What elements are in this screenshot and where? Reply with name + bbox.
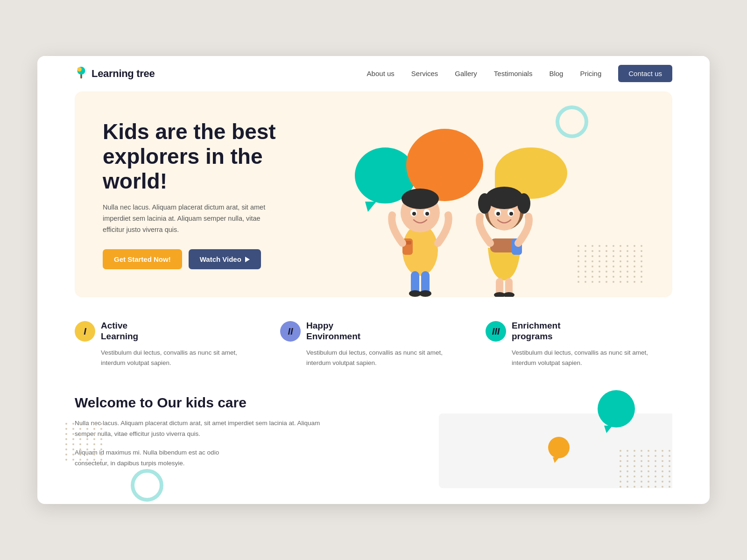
nav-link-gallery[interactable]: Gallery xyxy=(455,70,477,77)
watch-video-label: Watch Video xyxy=(200,255,241,263)
feature-numeral-3: III xyxy=(492,326,500,337)
nav-link-about[interactable]: About us xyxy=(367,70,395,77)
feature-header-3: III Enrichmentprograms xyxy=(486,321,672,342)
feature-title-2: HappyEnvironment xyxy=(306,321,360,342)
feature-item-1: I ActiveLearning Vestibulum dui lectus, … xyxy=(75,321,261,368)
svg-point-20 xyxy=(478,193,491,214)
hero-description: Nulla nec lacus. Aliquam placerat dictum… xyxy=(103,202,275,236)
feature-desc-3: Vestibulum dui lectus, convallis as nunc… xyxy=(486,348,672,369)
hero-title: Kids are the best explorers in the world… xyxy=(103,119,327,194)
logo-text: Learning tree xyxy=(92,68,155,80)
kid1-svg xyxy=(383,166,458,297)
feature-desc-2: Vestibulum dui lectus, convallis as nunc… xyxy=(280,348,467,369)
welcome-text1: Nulla nec lacus. Aliquam placerat dictum… xyxy=(75,418,336,440)
deco-bubble-orange-right xyxy=(548,437,570,458)
svg-point-8 xyxy=(412,212,416,216)
features-section: I ActiveLearning Vestibulum dui lectus, … xyxy=(75,321,672,368)
svg-point-15 xyxy=(419,290,431,297)
deco-ring-bottom-left xyxy=(131,469,163,502)
hero-buttons: Get Started Now! Watch Video xyxy=(103,249,327,269)
nav-item-services[interactable]: Services xyxy=(411,70,438,78)
feature-numeral-1: I xyxy=(84,326,86,337)
deco-ring-top-right xyxy=(556,105,588,138)
browser-window: Learning tree About us Services Gallery … xyxy=(37,56,710,504)
play-icon xyxy=(245,257,250,262)
nav-links: About us Services Gallery Testimonials B… xyxy=(367,70,672,78)
nav-item-contact[interactable]: Contact us xyxy=(618,70,672,78)
nav-item-testimonials[interactable]: Testimonials xyxy=(494,70,533,78)
feature-item-3: III Enrichmentprograms Vestibulum dui le… xyxy=(486,321,672,368)
deco-halfcircle-left xyxy=(75,147,92,183)
hero-section: Kids are the best explorers in the world… xyxy=(75,91,672,297)
nav-item-blog[interactable]: Blog xyxy=(549,70,563,78)
deco-dots-left xyxy=(65,423,104,461)
nav-link-blog[interactable]: Blog xyxy=(549,70,563,77)
kids-illustration xyxy=(383,166,542,297)
contact-button[interactable]: Contact us xyxy=(618,65,672,82)
nav-link-services[interactable]: Services xyxy=(411,70,438,77)
nav-link-pricing[interactable]: Pricing xyxy=(580,70,601,77)
svg-point-19 xyxy=(486,187,523,209)
feature-desc-1: Vestibulum dui lectus, convallis as nunc… xyxy=(75,348,261,369)
feature-title-3: Enrichmentprograms xyxy=(512,321,561,342)
welcome-section: Welcome to Our kids care Nulla nec lacus… xyxy=(75,395,672,488)
feature-header-1: I ActiveLearning xyxy=(75,321,261,342)
feature-numeral-2: II xyxy=(288,326,293,337)
navbar: Learning tree About us Services Gallery … xyxy=(37,56,710,91)
logo-area: Learning tree xyxy=(75,66,155,81)
svg-point-30 xyxy=(503,292,514,297)
deco-dots-bottom-right xyxy=(620,450,672,488)
feature-circle-3: III xyxy=(486,321,506,342)
svg-point-24 xyxy=(496,212,500,216)
svg-point-9 xyxy=(425,212,429,216)
tree-icon xyxy=(75,66,88,81)
svg-point-21 xyxy=(517,193,530,214)
svg-point-25 xyxy=(509,212,513,216)
svg-point-1 xyxy=(78,67,82,71)
deco-bubble-teal-right xyxy=(598,390,635,427)
feature-circle-1: I xyxy=(75,321,95,342)
feature-header-2: II HappyEnvironment xyxy=(280,321,467,342)
nav-item-gallery[interactable]: Gallery xyxy=(455,70,477,78)
feature-item-2: II HappyEnvironment Vestibulum dui lectu… xyxy=(280,321,467,368)
feature-title-1: ActiveLearning xyxy=(101,321,138,342)
welcome-title: Welcome to Our kids care xyxy=(75,395,672,411)
feature-circle-2: II xyxy=(280,321,301,342)
nav-item-pricing[interactable]: Pricing xyxy=(580,70,601,78)
dots-grid-hero: // dots rendered inline via JS below xyxy=(578,245,644,283)
kid2-svg xyxy=(467,166,542,297)
get-started-button[interactable]: Get Started Now! xyxy=(103,249,182,269)
hero-right: // dots rendered inline via JS below xyxy=(327,119,644,297)
nav-item-about[interactable]: About us xyxy=(367,70,395,78)
nav-link-testimonials[interactable]: Testimonials xyxy=(494,70,533,77)
watch-video-button[interactable]: Watch Video xyxy=(189,249,261,269)
hero-left: Kids are the best explorers in the world… xyxy=(103,119,327,297)
svg-point-5 xyxy=(402,189,439,209)
svg-rect-2 xyxy=(80,74,82,78)
